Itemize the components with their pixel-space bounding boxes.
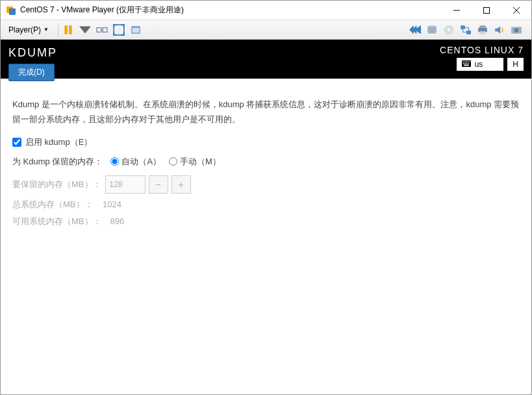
window-title: CentOS 7 - VMware Player (仅用于非商业用途) xyxy=(20,5,442,16)
dropdown-arrow-icon: ▼ xyxy=(44,27,49,32)
svg-rect-37 xyxy=(462,63,464,64)
reserve-label: 为 Kdump 保留的内存： xyxy=(12,156,103,168)
maximize-button[interactable] xyxy=(472,1,501,20)
unity-icon[interactable] xyxy=(130,24,142,36)
auto-radio[interactable] xyxy=(110,157,119,166)
keyboard-icon xyxy=(462,60,471,69)
svg-rect-10 xyxy=(103,27,107,32)
usable-mem-value: 896 xyxy=(105,216,125,226)
svg-rect-3 xyxy=(484,7,490,13)
svg-rect-39 xyxy=(466,63,467,64)
svg-rect-12 xyxy=(114,25,124,35)
svg-point-18 xyxy=(448,28,450,31)
fast-arrow-icon[interactable] xyxy=(409,24,421,36)
done-button[interactable]: 完成(D) xyxy=(8,64,55,81)
svg-rect-40 xyxy=(468,63,469,64)
svg-point-30 xyxy=(514,28,519,32)
printer-icon[interactable] xyxy=(477,24,488,36)
auto-radio-label[interactable]: 自动（A） xyxy=(110,156,161,168)
svg-marker-28 xyxy=(495,26,500,33)
svg-rect-41 xyxy=(464,65,469,66)
svg-rect-6 xyxy=(64,25,68,34)
manual-radio-text: 手动（M） xyxy=(180,156,221,168)
svg-rect-14 xyxy=(132,27,139,32)
svg-marker-8 xyxy=(79,26,91,33)
distro-label: CENTOS LINUX 7 xyxy=(440,45,524,55)
camera-icon[interactable] xyxy=(511,24,522,36)
reserve-amount-input xyxy=(105,175,146,194)
svg-rect-9 xyxy=(97,27,101,32)
minimize-button[interactable] xyxy=(442,1,472,20)
enable-kdump-checkbox[interactable] xyxy=(12,138,21,147)
harddisk-icon[interactable] xyxy=(426,24,438,36)
pause-icon[interactable] xyxy=(62,24,74,36)
vmware-icon xyxy=(6,5,16,16)
kdump-description: Kdump 是一个内核崩溃转储机制。在系统崩溃的时候，kdump 将捕获系统信息… xyxy=(12,97,520,127)
svg-rect-32 xyxy=(462,62,464,63)
usable-mem-label: 可用系统内存（MB）： xyxy=(12,216,101,227)
fullscreen-icon[interactable] xyxy=(113,24,125,36)
network-icon[interactable] xyxy=(460,24,472,36)
player-menu-label: Player(P) xyxy=(8,25,41,34)
dropdown-arrow-icon[interactable] xyxy=(79,24,91,36)
svg-rect-33 xyxy=(464,62,466,63)
manual-radio-label[interactable]: 手动（M） xyxy=(169,156,221,168)
send-keys-icon[interactable] xyxy=(96,24,108,36)
increment-button: + xyxy=(171,175,191,194)
svg-rect-38 xyxy=(464,63,466,64)
svg-rect-36 xyxy=(469,62,470,63)
total-mem-value: 1024 xyxy=(97,199,121,209)
total-mem-label: 总系统内存（MB）： xyxy=(12,199,94,210)
player-menu[interactable]: Player(P) ▼ xyxy=(3,23,54,37)
svg-rect-25 xyxy=(480,25,486,27)
manual-radio[interactable] xyxy=(169,157,177,166)
page-title: KDUMP xyxy=(8,46,57,60)
svg-rect-19 xyxy=(461,25,465,29)
svg-marker-15 xyxy=(409,25,421,34)
svg-rect-7 xyxy=(69,25,72,34)
keyboard-layout-button[interactable]: us xyxy=(457,58,504,71)
keyboard-layout-label: us xyxy=(475,60,483,69)
enable-kdump-label: 启用 kdump（E） xyxy=(25,136,92,148)
help-button[interactable]: H xyxy=(507,58,524,71)
decrement-button: − xyxy=(149,175,168,194)
sound-icon[interactable] xyxy=(494,24,505,36)
cd-icon[interactable] xyxy=(443,24,455,36)
svg-rect-27 xyxy=(480,31,486,34)
svg-rect-35 xyxy=(468,62,469,63)
svg-rect-34 xyxy=(466,62,467,63)
auto-radio-text: 自动（A） xyxy=(121,156,161,168)
reserve-amount-label: 要保留的内存（MB）： xyxy=(12,179,101,190)
svg-rect-1 xyxy=(9,8,16,15)
close-button[interactable] xyxy=(501,1,531,20)
separator xyxy=(58,23,58,36)
